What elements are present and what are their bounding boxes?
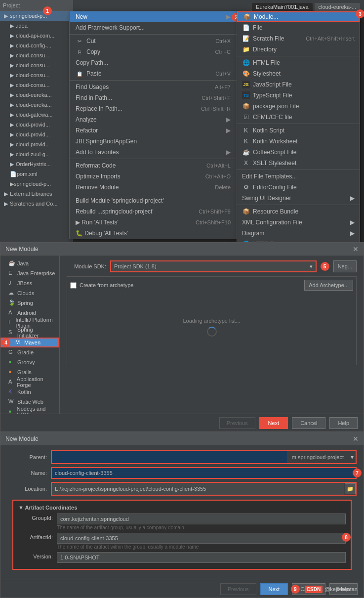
dialog-close-1[interactable]: ✕ — [353, 245, 359, 253]
sidebar-nodejs[interactable]: ● Node.js and NPM — [0, 407, 59, 414]
menu-item-build-module[interactable]: Build Module 'springcloud-project' — [70, 195, 237, 206]
submenu-item-editorconfig[interactable]: ⚙ EditorConfig File — [237, 182, 360, 193]
sidebar-spring-init[interactable]: S Spring Initializer — [0, 328, 59, 338]
sidebar-android[interactable]: A Android — [0, 308, 59, 318]
menu-item-remove-module[interactable]: Remove Module Delete — [70, 182, 237, 193]
sidebar-app-forge[interactable]: A Application Forge — [0, 377, 59, 387]
tree-item-consu3[interactable]: ▶ cloud-consu... — [0, 70, 73, 80]
submenu-item-file[interactable]: 📄 File — [237, 22, 360, 33]
artifactid-input[interactable] — [57, 533, 346, 544]
tree-item-eureka2[interactable]: ▶ cloud-eureka... — [0, 100, 73, 110]
sidebar-clouds[interactable]: ☁ Clouds — [0, 288, 59, 298]
menu-item-refactor[interactable]: Refactor ▶ — [70, 125, 237, 136]
submenu-item-edit-templates[interactable]: Edit File Templates... — [237, 171, 360, 182]
menu-item-reformat[interactable]: Reformat Code Ctrl+Alt+L — [70, 160, 237, 171]
submenu-item-directory[interactable]: 📁 Directory — [237, 44, 360, 55]
tree-item-config[interactable]: ▶ cloud-config-... — [0, 41, 73, 50]
tree-item-springcloud-p[interactable]: ▶ springcloud-p... — [0, 179, 73, 189]
sidebar-jboss[interactable]: J JBoss — [0, 278, 59, 288]
parent-dropdown[interactable]: ▾ — [349, 454, 356, 461]
submenu-item-kotlin-script[interactable]: K Kotlin Script — [237, 125, 360, 136]
submenu-item-scratch[interactable]: 📝 Scratch File Ctrl+Alt+Shift+Insert — [237, 33, 360, 44]
submenu-item-xslt[interactable]: X XSLT Stylesheet — [237, 158, 360, 169]
tab-cloud[interactable]: cloud-eureka-... — [315, 3, 360, 11]
tree-item-order[interactable]: ▶ OrderHystrix... — [0, 159, 73, 169]
cancel-button-1[interactable]: Cancel — [292, 417, 325, 429]
parent-input[interactable] — [52, 451, 287, 463]
previous-button-1[interactable]: Previous — [219, 417, 255, 429]
dialog-close-2[interactable]: ✕ — [353, 435, 359, 443]
create-archetype-checkbox[interactable] — [70, 282, 77, 289]
submenu-item-cfml[interactable]: ☑ CFML/CFC file — [237, 112, 360, 123]
sidebar-groovy[interactable]: ● Groovy — [0, 357, 59, 367]
tree-item-springcloud[interactable]: ▶ springcloud-p... — [0, 11, 73, 21]
tree-item-consu1[interactable]: ▶ cloud-consu... — [0, 50, 73, 60]
next-button-2[interactable]: Next — [260, 583, 288, 595]
sidebar-intellij[interactable]: I IntelliJ Platform Plugin — [0, 318, 59, 328]
submenu-item-module[interactable]: 📦 Module... — [237, 11, 360, 22]
menu-item-favorites[interactable]: Add to Favorites ▶ — [70, 147, 237, 158]
submenu-item-diagram[interactable]: Diagram ▶ — [237, 228, 360, 239]
sidebar-spring[interactable]: 🍃 Spring — [0, 298, 59, 308]
menu-item-rebuild[interactable]: Rebuild ...springcloud-project' Ctrl+Shi… — [70, 206, 237, 217]
submenu-item-xml[interactable]: XML Configuration File ▶ — [237, 217, 360, 228]
menu-item-run-tests[interactable]: ▶ Run 'All Tests' Ctrl+Shift+F10 — [70, 217, 237, 228]
submenu-item-swing[interactable]: Swing UI Designer ▶ — [237, 193, 360, 204]
tree-item-idea[interactable]: ▶ .idea — [0, 21, 73, 31]
neg-button[interactable]: Neg... — [333, 260, 357, 272]
submenu-item-js[interactable]: JS JavaScript File — [237, 79, 360, 90]
menu-item-replace-path[interactable]: Replace in Path... Ctrl+Shift+R — [70, 103, 237, 114]
help-button-1[interactable]: Help — [329, 417, 358, 429]
tab-eureka[interactable]: EurekaMain7001.java — [252, 3, 312, 11]
menu-item-copy-path[interactable]: Copy Path... — [70, 57, 237, 68]
menu-item-paste[interactable]: 📋 Paste Ctrl+V — [70, 68, 237, 79]
tree-item-provid2[interactable]: ▶ cloud-provid... — [0, 129, 73, 139]
tree-item-provid3[interactable]: ▶ cloud-provid... — [0, 139, 73, 149]
tree-item-consu4[interactable]: ▶ cloud-consu... — [0, 80, 73, 90]
tree-item-api[interactable]: ▶ cloud-api-com... — [0, 31, 73, 41]
tree-item-provid1[interactable]: ▶ cloud-provid... — [0, 120, 73, 129]
browse-button[interactable]: 📁 — [345, 483, 356, 494]
submenu-item-coffee[interactable]: ☕ CoffeeScript File — [237, 147, 360, 158]
submenu-item-kotlin-worksheet[interactable]: K Kotlin Worksheet — [237, 136, 360, 147]
menu-item-find-usages[interactable]: Find Usages Alt+F7 — [70, 82, 237, 92]
menu-item-cut[interactable]: ✂ Cut Ctrl+X — [70, 36, 237, 46]
sdk-dropdown[interactable]: Project SDK (1.8) ▾ — [110, 260, 317, 272]
submenu-item-http[interactable]: 🌐 HTTP Request — [237, 239, 360, 242]
add-archetype-button[interactable]: Add Archetype... — [304, 280, 353, 291]
location-input[interactable] — [52, 483, 344, 495]
tree-item-eureka1[interactable]: ▶ cloud-eureka... — [0, 90, 73, 100]
menu-item-find-path[interactable]: Find in Path... Ctrl+Shift+F — [70, 92, 237, 103]
previous-button-2[interactable]: Previous — [220, 583, 256, 595]
sidebar-java-enterprise[interactable]: E Java Enterprise — [0, 268, 59, 278]
next-button-1[interactable]: Next — [259, 417, 288, 429]
submenu-item-css[interactable]: 🎨 Stylesheet — [237, 68, 360, 79]
menu-item-copy[interactable]: ⎘ Copy Ctrl+C — [70, 46, 237, 57]
tree-item-zuul[interactable]: ▶ cloud-zuul-g... — [0, 149, 73, 159]
sidebar-java[interactable]: ☕ Java — [0, 258, 59, 268]
sidebar-gradle[interactable]: G Gradle — [0, 347, 59, 357]
sidebar-maven[interactable]: 4 M Maven — [0, 338, 59, 347]
sidebar-grails[interactable]: ● Grails — [0, 367, 59, 377]
menu-item-add-framework[interactable]: Add Framework Support... — [70, 22, 237, 33]
sidebar-static-web[interactable]: W Static Web — [0, 397, 59, 407]
tree-item-gateway[interactable]: ▶ cloud-gatewa... — [0, 110, 73, 120]
sidebar-kotlin[interactable]: K Kotlin — [0, 387, 59, 397]
groupid-input[interactable] — [57, 513, 346, 524]
menu-item-new[interactable]: New ▶ 2 — [70, 11, 237, 22]
submenu-item-resource[interactable]: 📦 Resource Bundle — [237, 206, 360, 217]
menu-item-debug[interactable]: 🐛 Debug 'All Tests' — [70, 228, 237, 239]
tree-item-external[interactable]: ▶ External Libraries — [0, 189, 73, 199]
name-input[interactable] — [51, 467, 357, 479]
menu-item-optimize[interactable]: Optimize Imports Ctrl+Alt+O — [70, 171, 237, 182]
dialog-footer-2: Previous Next Cancel Help 9 CSDN @kejizh… — [0, 580, 364, 598]
tree-item-pom[interactable]: 📄 pom.xml — [0, 169, 73, 179]
submenu-item-pkg[interactable]: 📦 package.json File — [237, 101, 360, 112]
version-input[interactable] — [57, 552, 346, 563]
tree-item-scratches[interactable]: ▶ Scratches and Co... — [0, 199, 73, 209]
menu-item-jbl[interactable]: JBLSpringBootAppGen — [70, 136, 237, 147]
tree-item-consu2[interactable]: ▶ cloud-consu... — [0, 60, 73, 70]
submenu-item-html[interactable]: 🌐 HTML File — [237, 57, 360, 68]
menu-item-analyze[interactable]: Analyze ▶ — [70, 114, 237, 125]
submenu-item-ts[interactable]: TS TypeScript File — [237, 90, 360, 101]
